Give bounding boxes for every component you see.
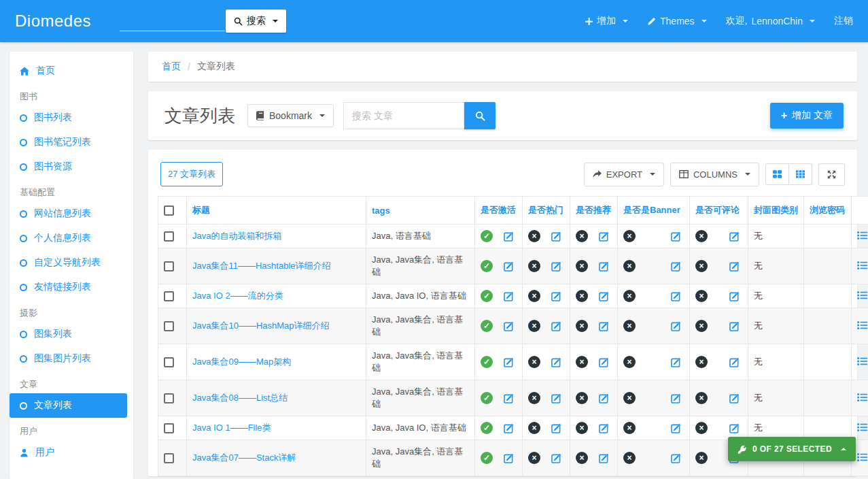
row-checkbox[interactable] (164, 231, 174, 242)
grid-large-view-button[interactable] (765, 163, 789, 185)
edit-icon[interactable] (599, 393, 609, 403)
sidebar-item[interactable]: 文章列表 (10, 393, 127, 418)
sidebar-item[interactable]: 图书资源 (10, 154, 133, 179)
nav-user-dropdown[interactable]: 欢迎, LennonChin (726, 15, 815, 27)
status-icon[interactable]: × (623, 320, 636, 332)
status-icon[interactable]: × (528, 392, 540, 404)
edit-icon[interactable] (599, 261, 609, 271)
edit-icon[interactable] (504, 453, 514, 463)
edit-icon[interactable] (729, 393, 740, 403)
edit-icon[interactable] (671, 231, 681, 242)
navbar-search-input[interactable] (120, 11, 225, 31)
status-icon[interactable]: × (695, 422, 708, 434)
edit-icon[interactable] (551, 291, 561, 301)
edit-icon[interactable] (729, 423, 740, 433)
column-header-password[interactable]: 浏览密码 (810, 205, 845, 215)
article-title-link[interactable]: Java IO 1——File类 (192, 423, 271, 433)
row-checkbox[interactable] (164, 393, 174, 403)
status-icon[interactable]: × (528, 452, 540, 464)
article-title-link[interactable]: Java集合10——HashMap详细介绍 (192, 320, 330, 331)
column-header-recommend[interactable]: 是否推荐 (576, 205, 611, 215)
row-checkbox[interactable] (164, 291, 174, 301)
column-header-commentable[interactable]: 是否可评论 (695, 205, 740, 215)
status-icon[interactable]: × (576, 452, 588, 464)
edit-icon[interactable] (671, 261, 681, 271)
article-title-link[interactable]: Java集合09——Map架构 (192, 357, 291, 367)
sidebar-item[interactable]: 友情链接列表 (10, 275, 133, 299)
status-icon[interactable]: × (695, 320, 708, 332)
status-icon[interactable]: ✓ (481, 356, 493, 368)
list-icon[interactable] (857, 452, 867, 462)
list-icon[interactable] (857, 393, 867, 402)
status-icon[interactable]: × (623, 356, 636, 368)
article-title-link[interactable]: Java的自动装箱和拆箱 (192, 231, 281, 241)
edit-icon[interactable] (504, 231, 514, 242)
edit-icon[interactable] (599, 291, 609, 301)
edit-icon[interactable] (504, 261, 514, 271)
article-title-link[interactable]: Java集合07——Stack详解 (192, 452, 296, 463)
nav-logout-link[interactable]: 注销 (834, 15, 853, 27)
column-header-active[interactable]: 是否激活 (481, 205, 516, 215)
status-icon[interactable]: × (695, 356, 708, 368)
column-header-hot[interactable]: 是否热门 (528, 205, 563, 215)
edit-icon[interactable] (504, 321, 514, 331)
edit-icon[interactable] (551, 321, 561, 331)
edit-icon[interactable] (504, 423, 514, 433)
article-title-link[interactable]: Java集合11——Hashtable详细介绍 (192, 261, 331, 271)
edit-icon[interactable] (504, 291, 514, 301)
status-icon[interactable]: ✓ (481, 230, 493, 242)
edit-icon[interactable] (671, 357, 681, 367)
row-checkbox[interactable] (164, 453, 174, 463)
status-icon[interactable]: ✓ (481, 260, 493, 272)
status-icon[interactable]: ✓ (481, 422, 493, 434)
status-icon[interactable]: × (528, 422, 540, 434)
status-icon[interactable]: × (623, 392, 636, 404)
brand[interactable]: Diomedes (15, 12, 91, 31)
sidebar-item[interactable]: 图集列表 (10, 322, 133, 346)
status-icon[interactable]: × (576, 260, 588, 272)
article-search-button[interactable] (464, 102, 496, 129)
sidebar-item[interactable]: 首页 (10, 59, 133, 83)
status-icon[interactable]: × (528, 356, 540, 368)
status-icon[interactable]: × (623, 452, 636, 464)
status-icon[interactable]: × (576, 290, 588, 302)
status-icon[interactable]: ✓ (481, 320, 493, 332)
row-checkbox[interactable] (164, 261, 174, 271)
edit-icon[interactable] (551, 231, 561, 242)
status-icon[interactable]: ✓ (481, 290, 493, 302)
edit-icon[interactable] (729, 231, 740, 242)
add-article-button[interactable]: + 增加 文章 (770, 103, 844, 129)
status-icon[interactable]: × (528, 290, 540, 302)
status-icon[interactable]: × (528, 230, 540, 242)
edit-icon[interactable] (504, 393, 514, 403)
edit-icon[interactable] (729, 357, 740, 367)
columns-dropdown[interactable]: COLUMNS (670, 163, 759, 186)
status-icon[interactable]: × (576, 230, 588, 242)
edit-icon[interactable] (599, 231, 609, 242)
nav-add-dropdown[interactable]: 增加 (585, 15, 628, 27)
row-checkbox[interactable] (164, 423, 174, 433)
edit-icon[interactable] (551, 393, 561, 403)
edit-icon[interactable] (671, 321, 681, 331)
sidebar-item[interactable]: 自定义导航列表 (10, 250, 133, 275)
edit-icon[interactable] (599, 423, 609, 433)
column-header-tags[interactable]: tags (372, 205, 390, 216)
edit-icon[interactable] (551, 357, 561, 367)
list-icon[interactable] (857, 291, 867, 300)
column-header-banner[interactable]: 是否是Banner (623, 205, 680, 215)
article-title-link[interactable]: Java集合08——List总结 (192, 393, 288, 403)
list-icon[interactable] (857, 320, 867, 330)
edit-icon[interactable] (504, 357, 514, 367)
edit-icon[interactable] (551, 423, 561, 433)
sidebar-item[interactable]: 用户 (10, 440, 133, 465)
article-title-link[interactable]: Java IO 2——流的分类 (192, 291, 283, 301)
expand-button[interactable] (818, 163, 845, 186)
sidebar-item[interactable]: 图书列表 (10, 105, 133, 130)
edit-icon[interactable] (599, 321, 609, 331)
select-all-checkbox[interactable] (164, 205, 174, 216)
status-icon[interactable]: ✓ (481, 452, 493, 464)
breadcrumb-home-link[interactable]: 首页 (162, 61, 181, 73)
status-icon[interactable]: × (528, 320, 540, 332)
selected-actions-button[interactable]: 0 OF 27 SELECTED (728, 437, 856, 461)
edit-icon[interactable] (671, 423, 681, 433)
